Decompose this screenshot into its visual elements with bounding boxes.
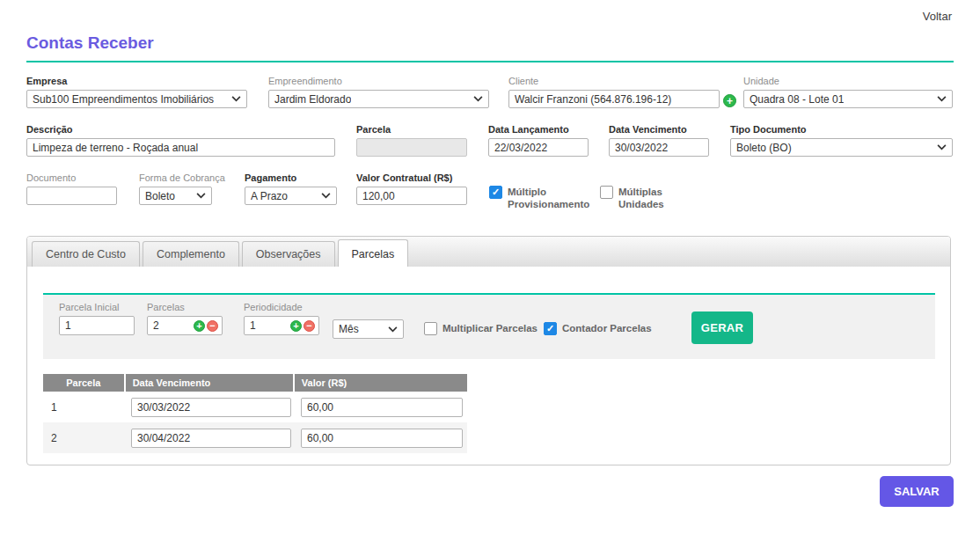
pagamento-selected-value: A Prazo: [251, 190, 288, 202]
periodo-field: Mês: [333, 319, 404, 339]
row-valor-input[interactable]: [301, 398, 463, 417]
valor-contratual-field: Valor Contratual (R$): [356, 172, 467, 205]
tipo-documento-select[interactable]: Boleto (BO): [730, 138, 953, 157]
multiplo-provisionamento-label: Múltiplo Provisionamento: [508, 186, 595, 211]
empresa-selected-value: Sub100 Empreendimentos Imobiliários: [33, 93, 214, 106]
multiplicar-parcelas-checkbox[interactable]: ✓: [424, 322, 437, 335]
multiplicar-parcelas-label: Multiplicar Parcelas: [442, 322, 538, 334]
multiplicar-parcelas-option: ✓ Multiplicar Parcelas: [424, 322, 538, 335]
gerar-button[interactable]: GERAR: [691, 311, 753, 344]
col-header-valor: Valor (R$): [295, 374, 467, 392]
tab-observacoes[interactable]: Observações: [242, 241, 335, 267]
check-icon: ✓: [546, 323, 554, 334]
pagamento-select[interactable]: A Prazo: [245, 187, 337, 205]
parcela-inicial-field: Parcela Inicial: [59, 302, 135, 335]
chevron-down-icon: [388, 326, 398, 333]
periodo-selected-value: Mês: [339, 323, 359, 335]
minus-icon[interactable]: −: [207, 320, 218, 332]
data-lancamento-field: Data Lançamento: [488, 124, 589, 157]
page-title: Contas Receber: [26, 33, 154, 53]
unidade-label: Unidade: [743, 76, 953, 86]
parcela-inicial-label: Parcela Inicial: [59, 302, 135, 312]
cliente-label: Cliente: [508, 76, 720, 86]
parcelas-field: Parcelas 2 + −: [147, 302, 223, 335]
multiplo-provisionamento-checkbox[interactable]: ✓: [489, 186, 502, 199]
tab-bar: Centro de Custo Complemento Observações …: [27, 237, 950, 267]
data-vencimento-field: Data Vencimento: [609, 124, 709, 157]
pagamento-label: Pagamento: [245, 172, 337, 183]
parcelas-table: Parcela Data Vencimento Valor (R$) 1 2: [43, 374, 467, 453]
data-lancamento-input[interactable]: [488, 138, 589, 157]
tabs-panel: Centro de Custo Complemento Observações …: [26, 236, 951, 465]
col-header-data-vencimento: Data Vencimento: [126, 374, 293, 392]
empreendimento-selected-value: Jardim Eldorado: [274, 93, 351, 106]
descricao-field: Descrição: [26, 124, 335, 157]
parcela-input: [356, 138, 467, 157]
unidade-select[interactable]: Quadra 08 - Lote 01: [743, 90, 953, 108]
forma-cobranca-field: Forma de Cobrança Boleto: [139, 172, 212, 205]
periodicidade-field: Periodicidade 1 + −: [244, 302, 319, 335]
periodicidade-value[interactable]: 1: [250, 319, 290, 332]
cliente-input[interactable]: [508, 90, 720, 108]
table-row: 2: [43, 422, 467, 453]
forma-cobranca-label: Forma de Cobrança: [139, 172, 212, 183]
chevron-down-icon: [473, 96, 483, 102]
data-vencimento-input[interactable]: [609, 138, 709, 157]
unidade-selected-value: Quadra 08 - Lote 01: [750, 93, 844, 106]
data-lancamento-label: Data Lançamento: [488, 124, 589, 135]
parcelas-label: Parcelas: [147, 302, 223, 312]
plus-icon[interactable]: +: [194, 320, 205, 332]
tipo-documento-selected-value: Boleto (BO): [736, 142, 792, 154]
empresa-field: Empresa Sub100 Empreendimentos Imobiliár…: [26, 76, 247, 108]
documento-label: Documento: [26, 172, 117, 183]
multiplo-provisionamento-option: ✓ Múltiplo Provisionamento: [489, 186, 595, 211]
empresa-select[interactable]: Sub100 Empreendimentos Imobiliários: [26, 90, 247, 108]
forma-cobranca-select[interactable]: Boleto: [139, 187, 212, 205]
parcelas-generator-panel: Parcela Inicial Parcelas 2 + − Periodici…: [43, 293, 935, 359]
cliente-field: Cliente: [508, 76, 720, 108]
multiplas-unidades-option: ✓ Múltiplas Unidades: [600, 186, 679, 211]
row-valor-input[interactable]: [301, 429, 463, 448]
row-data-vencimento-input[interactable]: [131, 429, 291, 448]
tab-parcelas[interactable]: Parcelas: [338, 239, 409, 267]
table-row: 1: [43, 392, 467, 422]
check-icon: ✓: [492, 187, 500, 198]
valor-contratual-input[interactable]: [356, 187, 467, 205]
contas-receber-page: Voltar Contas Receber Empresa Sub100 Emp…: [0, 0, 980, 535]
empreendimento-select[interactable]: Jardim Eldorado: [268, 90, 489, 108]
chevron-down-icon: [937, 96, 947, 102]
voltar-link[interactable]: Voltar: [923, 10, 952, 23]
periodicidade-label: Periodicidade: [244, 302, 319, 312]
periodo-select[interactable]: Mês: [333, 319, 404, 339]
descricao-label: Descrição: [26, 124, 335, 135]
unidade-field: Unidade Quadra 08 - Lote 01: [743, 76, 953, 108]
multiplas-unidades-checkbox[interactable]: ✓: [600, 186, 613, 199]
parcelas-table-header: Parcela Data Vencimento Valor (R$): [43, 374, 467, 392]
tab-centro-de-custo[interactable]: Centro de Custo: [32, 241, 140, 267]
salvar-button[interactable]: SALVAR: [880, 476, 954, 507]
row-data-vencimento-input[interactable]: [131, 398, 291, 417]
parcelas-value[interactable]: 2: [153, 319, 194, 332]
chevron-down-icon: [937, 144, 947, 150]
chevron-down-icon: [321, 193, 331, 199]
row-parcela-number: 2: [43, 432, 124, 444]
parcela-label: Parcela: [356, 124, 467, 135]
empresa-label: Empresa: [26, 76, 247, 86]
parcela-inicial-input[interactable]: [59, 316, 135, 335]
chevron-down-icon: [231, 96, 241, 102]
forma-cobranca-selected-value: Boleto: [145, 190, 175, 202]
documento-input[interactable]: [26, 187, 117, 205]
descricao-input[interactable]: [26, 138, 335, 157]
documento-field: Documento: [26, 172, 117, 205]
add-cliente-icon[interactable]: +: [723, 94, 736, 107]
plus-icon[interactable]: +: [290, 320, 302, 332]
tab-complemento[interactable]: Complemento: [143, 241, 239, 267]
tipo-documento-label: Tipo Documento: [730, 124, 953, 135]
row-parcela-number: 1: [43, 401, 124, 414]
empreendimento-label: Empreendimento: [268, 76, 489, 86]
valor-contratual-label: Valor Contratual (R$): [356, 172, 467, 183]
empreendimento-field: Empreendimento Jardim Eldorado: [268, 76, 489, 108]
data-vencimento-label: Data Vencimento: [609, 124, 709, 135]
contador-parcelas-checkbox[interactable]: ✓: [544, 322, 557, 335]
minus-icon[interactable]: −: [304, 320, 315, 332]
